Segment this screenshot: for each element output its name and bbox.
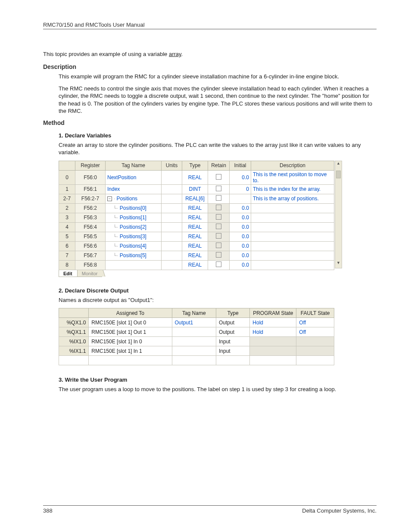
collapse-icon[interactable]: −: [107, 196, 112, 201]
cell-io-tag: [172, 346, 216, 356]
company-name: Delta Computer Systems, Inc.: [302, 507, 377, 514]
table-row[interactable]: 6F56:6└·Positions[4]REAL0.0: [59, 241, 334, 251]
tab-monitor[interactable]: Monitor: [77, 270, 103, 277]
cell-register: F56:2-7: [75, 194, 106, 203]
scroll-thumb[interactable]: [336, 171, 341, 178]
table-row[interactable]: 2-7F56:2-7−· PositionsREAL[6]This is the…: [59, 194, 334, 203]
table-row[interactable]: %IX1.0RMC150E [slot 1] In 0Input: [59, 337, 334, 346]
cell-index: 8: [59, 260, 75, 270]
table-row[interactable]: 0F56:0NextPositionREAL0.0This is the nex…: [59, 170, 334, 184]
scrollbar[interactable]: ▲ ▼: [335, 161, 342, 268]
table-row[interactable]: 7F56:7└·Positions[5]REAL0.0: [59, 251, 334, 260]
cell-type: REAL[6]: [182, 194, 208, 203]
cell-initial: 0.0: [230, 260, 251, 270]
cell-assigned: RMC150E [slot 1] In 1: [89, 346, 172, 356]
cell-description: [251, 251, 334, 260]
step2-text: Names a discrete output as "Output1":: [59, 296, 377, 304]
cell-initial: 0.0: [230, 241, 251, 251]
cell-retain: [208, 241, 230, 251]
retain-checkbox[interactable]: [216, 174, 221, 180]
cell-address: %IX1.0: [59, 337, 89, 346]
cell-initial: 0.0: [230, 251, 251, 260]
cell-io-tag: [172, 337, 216, 346]
io-col-assigned: Assigned To: [89, 308, 172, 318]
retain-checkbox: [216, 224, 221, 229]
cell-tagname: └·Positions[4]: [106, 241, 162, 251]
cell-retain: [208, 232, 230, 241]
retain-checkbox: [216, 214, 221, 220]
cell-description: This is the array of positions.: [251, 194, 334, 203]
page-footer: 388 Delta Computer Systems, Inc.: [43, 505, 377, 514]
cell-index: 2: [59, 203, 75, 213]
cell-tagname: └·Positions[2]: [106, 222, 162, 232]
cell-tagname: └·Positions[1]: [106, 213, 162, 222]
cell-retain: [208, 203, 230, 213]
cell-description: [251, 222, 334, 232]
scroll-up-icon[interactable]: ▲: [335, 161, 342, 168]
table-row[interactable]: 2F56:2└·Positions[0]REAL0.0: [59, 203, 334, 213]
retain-checkbox[interactable]: [216, 186, 221, 191]
cell-index: 4: [59, 222, 75, 232]
io-col-blank: [59, 308, 89, 318]
table-row[interactable]: %QX1.0RMC150E [slot 1] Out 0Output1Outpu…: [59, 318, 334, 327]
cell-initial: 0.0: [230, 213, 251, 222]
cell-register: F56:2: [75, 203, 106, 213]
cell-initial: [230, 194, 251, 203]
retain-checkbox: [216, 233, 221, 239]
table-row[interactable]: 8F56:8REAL0.0: [59, 260, 334, 270]
cell-units: [162, 213, 182, 222]
cell-units: [162, 170, 182, 184]
array-link[interactable]: array: [169, 51, 181, 57]
description-p2: The RMC needs to control the single axis…: [59, 85, 377, 115]
cell-tagname: └·Positions[3]: [106, 232, 162, 241]
cell-type: DINT: [182, 184, 208, 194]
cell-register: F56:8: [75, 260, 106, 270]
io-table: Assigned To Tag Name Type PROGRAM State …: [59, 308, 334, 365]
cell-description: This is the index for the array.: [251, 184, 334, 194]
col-tagname: Tag Name: [106, 161, 162, 170]
io-col-tag: Tag Name: [172, 308, 216, 318]
step1-heading: 1. Declare Variables: [59, 132, 377, 139]
cell-units: [162, 222, 182, 232]
step2-heading: 2. Declare Discrete Output: [59, 287, 377, 294]
cell-register: F56:5: [75, 232, 106, 241]
tab-edit[interactable]: Edit: [59, 270, 77, 277]
table-row[interactable]: %IX1.1RMC150E [slot 1] In 1Input: [59, 346, 334, 356]
cell-type: REAL: [182, 232, 208, 241]
table-row[interactable]: 5F56:5└·Positions[3]REAL0.0: [59, 232, 334, 241]
cell-program-state: Hold: [250, 318, 296, 327]
description-heading: Description: [43, 63, 377, 70]
col-retain: Retain: [208, 161, 230, 170]
cell-retain: [208, 170, 230, 184]
cell-register: F56:6: [75, 241, 106, 251]
cell-register: F56:4: [75, 222, 106, 232]
cell-io-tag: Output1: [172, 318, 216, 327]
method-heading: Method: [43, 119, 377, 126]
retain-checkbox[interactable]: [216, 261, 221, 267]
table-row[interactable]: %QX1.1RMC150E [slot 1] Out 1OutputHoldOf…: [59, 327, 334, 337]
description-p1: This example will program the RMC for a …: [59, 73, 377, 81]
cell-register: F56:7: [75, 251, 106, 260]
retain-checkbox[interactable]: [216, 195, 221, 201]
table-row[interactable]: 4F56:4└·Positions[2]REAL0.0: [59, 222, 334, 232]
cell-tagname: Index: [106, 184, 162, 194]
cell-io-tag: [172, 327, 216, 337]
cell-description: [251, 241, 334, 251]
intro-text: This topic provides an example of using …: [43, 51, 377, 57]
cell-io-type: Output: [216, 318, 249, 327]
cell-type: REAL: [182, 222, 208, 232]
cell-tagname: −· Positions: [106, 194, 162, 203]
page-header: RMC70/150 and RMCTools User Manual: [43, 22, 377, 29]
table-row[interactable]: 1F56:1IndexDINT0This is the index for th…: [59, 184, 334, 194]
scroll-down-icon[interactable]: ▼: [335, 261, 342, 268]
table-row[interactable]: 3F56:3└·Positions[1]REAL0.0: [59, 213, 334, 222]
cell-tagname: [106, 260, 162, 270]
col-initial: Initial: [230, 161, 251, 170]
cell-address: %IX1.1: [59, 346, 89, 356]
cell-description: [251, 213, 334, 222]
col-type: Type: [182, 161, 208, 170]
cell-index: 1: [59, 184, 75, 194]
cell-description: This is the next posiiton to move to.: [251, 170, 334, 184]
step1-text: Create an array to store the cylinder po…: [59, 141, 377, 156]
cell-initial: 0.0: [230, 222, 251, 232]
